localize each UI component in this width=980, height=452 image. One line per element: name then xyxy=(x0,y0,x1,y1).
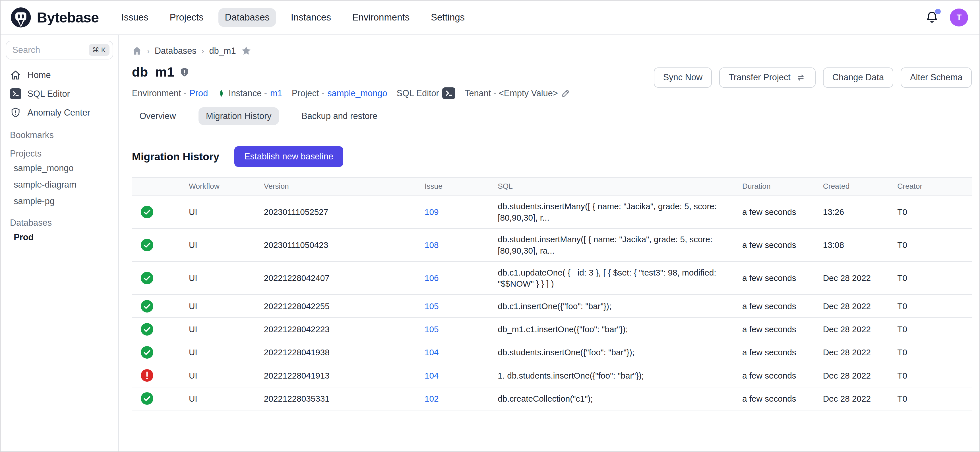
brand-name: Bytebase xyxy=(37,9,99,26)
creator-cell: T0 xyxy=(891,388,972,409)
status-cell xyxy=(132,364,182,387)
nav-item-projects[interactable]: Projects xyxy=(164,8,210,27)
issue-cell: 106 xyxy=(418,268,491,289)
column-header-duration: Duration xyxy=(735,177,816,195)
chevron-right-icon: › xyxy=(147,46,150,56)
sql-editor-link[interactable]: SQL Editor xyxy=(397,87,456,99)
establish-baseline-button[interactable]: Establish new baseline xyxy=(234,146,343,167)
project-link[interactable]: sample_mongo xyxy=(327,88,387,99)
table-row[interactable]: UI20230111052527109db.students.insertMan… xyxy=(132,196,972,228)
issue-link[interactable]: 109 xyxy=(425,207,439,217)
table-row[interactable]: UI20221228035331102db.createCollection("… xyxy=(132,387,972,410)
issue-link[interactable]: 104 xyxy=(425,371,439,380)
alter-schema-button[interactable]: Alter Schema xyxy=(900,67,972,87)
tab-overview[interactable]: Overview xyxy=(132,107,183,125)
sidebar-item-sample-mongo[interactable]: sample_mongo xyxy=(6,160,113,176)
status-cell xyxy=(132,341,182,364)
bytebase-logo[interactable]: Bytebase xyxy=(11,7,99,28)
environment-link[interactable]: Prod xyxy=(189,88,208,99)
version-cell: 20221228042407 xyxy=(257,268,418,289)
notifications-button[interactable] xyxy=(925,11,939,24)
status-cell xyxy=(132,234,182,256)
created-cell: Dec 28 2022 xyxy=(816,342,891,363)
sidebar-item-sample-diagram[interactable]: sample-diagram xyxy=(6,176,113,193)
version-cell: 20221228041913 xyxy=(257,365,418,386)
issue-link[interactable]: 104 xyxy=(425,348,439,357)
issue-cell: 102 xyxy=(418,388,491,409)
navbar-right: T xyxy=(925,8,968,27)
version-cell: 20221228041938 xyxy=(257,342,418,363)
status-cell xyxy=(132,318,182,340)
status-cell xyxy=(132,267,182,289)
issue-cell: 108 xyxy=(418,235,491,256)
breadcrumb: › Databases › db_m1 xyxy=(132,46,972,56)
issue-cell: 105 xyxy=(418,319,491,340)
table-row[interactable]: UI20230111050423108db.student.insertMany… xyxy=(132,229,972,262)
duration-cell: a few seconds xyxy=(735,342,816,363)
button-label: Alter Schema xyxy=(910,72,963,83)
tab-migration-history[interactable]: Migration History xyxy=(199,107,279,125)
sidebar-sections: BookmarksProjectssample_mongosample-diag… xyxy=(6,130,113,246)
error-icon xyxy=(141,369,153,382)
meta-environment: Environment - Prod xyxy=(132,88,208,99)
creator-cell: T0 xyxy=(891,319,972,340)
nav-item-instances[interactable]: Instances xyxy=(285,8,337,27)
star-icon[interactable] xyxy=(241,46,251,56)
app-body: ⌘ K HomeSQL EditorAnomaly Center Bookmar… xyxy=(0,35,980,452)
table-row[interactable]: UI20221228042407106db.c1.updateOne( { _i… xyxy=(132,262,972,295)
created-cell: Dec 28 2022 xyxy=(816,296,891,317)
sql-cell: db.createCollection("c1"); xyxy=(491,388,735,409)
transfer-project-button[interactable]: Transfer Project xyxy=(719,67,815,87)
issue-link[interactable]: 106 xyxy=(425,273,439,283)
breadcrumb-db-m1[interactable]: db_m1 xyxy=(209,46,236,56)
sync-now-button[interactable]: Sync Now xyxy=(654,67,712,87)
issue-link[interactable]: 105 xyxy=(425,302,439,311)
sidebar-item-sql-editor[interactable]: SQL Editor xyxy=(6,85,113,103)
duration-cell: a few seconds xyxy=(735,201,816,223)
table-row[interactable]: UI20221228042255105db.c1.insertOne({"foo… xyxy=(132,295,972,318)
project-label: Project - xyxy=(292,88,325,99)
notification-dot xyxy=(935,9,941,14)
issue-link[interactable]: 108 xyxy=(425,240,439,250)
duration-cell: a few seconds xyxy=(735,268,816,289)
sidebar-item-sample-pg[interactable]: sample-pg xyxy=(6,193,113,209)
instance-label: Instance - xyxy=(229,88,267,99)
search-box[interactable]: ⌘ K xyxy=(6,41,113,59)
nav-item-databases[interactable]: Databases xyxy=(218,8,276,27)
created-cell: Dec 28 2022 xyxy=(816,365,891,386)
change-data-button[interactable]: Change Data xyxy=(823,67,893,87)
table-row[interactable]: UI20221228042223105db_m1.c1.insertOne({"… xyxy=(132,318,972,341)
search-input[interactable] xyxy=(13,45,89,55)
issue-cell: 109 xyxy=(418,201,491,223)
table-row[interactable]: UI20221228041938104db.students.insertOne… xyxy=(132,341,972,364)
home-icon[interactable] xyxy=(132,46,142,56)
column-header-creator: Creator xyxy=(891,177,972,195)
pencil-icon[interactable] xyxy=(561,88,571,98)
nav-item-environments[interactable]: Environments xyxy=(346,8,416,27)
user-avatar[interactable]: T xyxy=(950,8,968,27)
created-cell: Dec 28 2022 xyxy=(816,268,891,289)
version-cell: 20221228042223 xyxy=(257,319,418,340)
success-icon xyxy=(141,206,153,218)
instance-link[interactable]: m1 xyxy=(270,88,282,99)
sql-editor-label: SQL Editor xyxy=(397,88,439,99)
sidebar-item-anomaly-center[interactable]: Anomaly Center xyxy=(6,103,113,122)
nav-item-issues[interactable]: Issues xyxy=(115,8,155,27)
button-label: Transfer Project xyxy=(729,72,791,83)
sidebar-item-label: Home xyxy=(28,70,51,80)
sql-cell: db.student.insertMany([ { name: "Jacika"… xyxy=(491,229,735,261)
workflow-cell: UI xyxy=(182,342,257,363)
creator-cell: T0 xyxy=(891,201,972,223)
issue-link[interactable]: 102 xyxy=(425,394,439,403)
sidebar-item-prod[interactable]: Prod xyxy=(6,229,113,246)
environment-label: Environment - xyxy=(132,88,186,99)
table-row[interactable]: UI202212280419131041. db.students.insert… xyxy=(132,364,972,387)
breadcrumb-databases[interactable]: Databases xyxy=(155,46,197,56)
tab-backup-and-restore[interactable]: Backup and restore xyxy=(294,107,385,125)
issue-link[interactable]: 105 xyxy=(425,324,439,334)
terminal-icon xyxy=(10,88,21,100)
nav-item-settings[interactable]: Settings xyxy=(425,8,471,27)
sql-cell: db.students.insertOne({"foo": "bar"}); xyxy=(491,342,735,363)
table-body: UI20230111052527109db.students.insertMan… xyxy=(132,196,972,410)
sidebar-item-home[interactable]: Home xyxy=(6,66,113,85)
